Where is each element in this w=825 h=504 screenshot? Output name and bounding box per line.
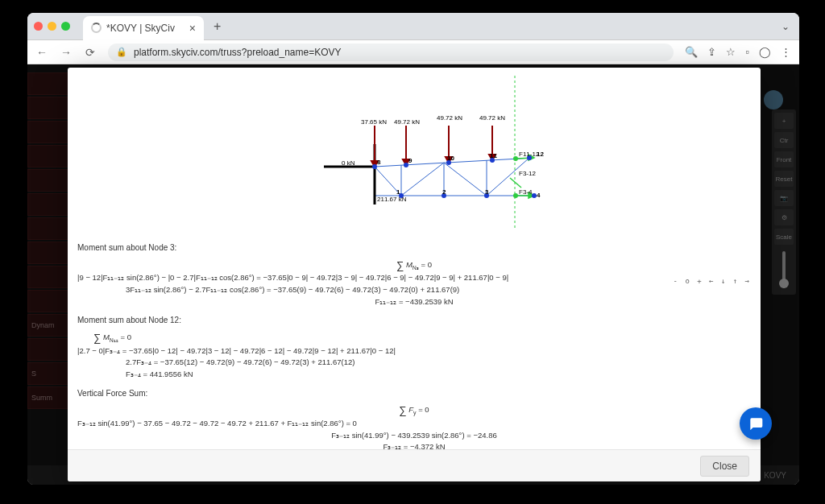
force-label-f3-4: F3-4 bbox=[519, 188, 533, 196]
tab-strip: *KOVY | SkyCiv × + ⌄ bbox=[27, 13, 799, 40]
new-tab-button[interactable]: + bbox=[214, 19, 221, 34]
loading-spinner-icon bbox=[91, 23, 102, 33]
svg-line-22 bbox=[510, 178, 521, 188]
eq-n3-line1: |9 − 12|F₁₁₋₁₂ sin(2.86°) − |0 − 2.7|F₁₁… bbox=[77, 272, 751, 284]
node-8: 8 bbox=[377, 159, 381, 166]
eq-n3-result: F₁₁₋₁₂ = −439.2539 kN bbox=[77, 296, 751, 308]
modal-footer: Close bbox=[68, 449, 761, 481]
moment-n12-heading: Moment sum about Node 12: bbox=[77, 314, 751, 327]
browser-window: *KOVY | SkyCiv × + ⌄ ← → ⟳ 🔒 platform.sk… bbox=[27, 13, 799, 485]
lock-icon: 🔒 bbox=[116, 47, 127, 57]
chat-icon bbox=[748, 415, 764, 432]
modal-body: 37.65 kN 49.72 kN 49.72 kN 49.72 kN 0 kN… bbox=[68, 68, 761, 449]
eq-n12-line2: 2.7F₃₋₄ = −37.65(12) − 49.72(9) − 49.72(… bbox=[77, 357, 751, 369]
vertical-sum-heading: Vertical Force Sum: bbox=[77, 387, 751, 400]
extensions-icon[interactable]: ▫ bbox=[745, 46, 749, 58]
window-expand-icon[interactable]: ⌄ bbox=[781, 21, 790, 32]
profile-icon[interactable]: ◯ bbox=[759, 46, 771, 58]
svg-point-35 bbox=[513, 193, 518, 198]
load-label-10: 49.72 kN bbox=[437, 114, 462, 122]
back-icon[interactable]: ← bbox=[35, 46, 48, 59]
node-1: 1 bbox=[396, 188, 400, 196]
traffic-lights bbox=[34, 22, 70, 31]
browser-action-icons: 🔍 ⇪ ☆ ▫ ◯ ⋮ bbox=[685, 46, 791, 58]
force-label-f11-12: F11-12 bbox=[519, 151, 540, 158]
minimize-window-icon[interactable] bbox=[48, 22, 56, 31]
url-bar: ← → ⟳ 🔒 platform.skyciv.com/truss?preloa… bbox=[27, 40, 799, 64]
omnibox[interactable]: 🔒 platform.skyciv.com/truss?preload_name… bbox=[108, 43, 674, 61]
svg-line-9 bbox=[401, 163, 444, 196]
eq-v-result: F₃₋₁₂ = −4.372 kN bbox=[77, 441, 751, 449]
svg-line-2 bbox=[375, 158, 534, 167]
close-button[interactable]: Close bbox=[700, 456, 749, 477]
browser-tab[interactable]: *KOVY | SkyCiv × bbox=[83, 16, 204, 40]
node-2: 2 bbox=[442, 188, 446, 196]
node-3: 3 bbox=[485, 188, 489, 196]
svg-line-10 bbox=[444, 163, 487, 196]
eq-v-line1: F₃₋₁₂ sin(41.99°) − 37.65 − 49.72 − 49.7… bbox=[77, 418, 751, 430]
truss-diagram: 37.65 kN 49.72 kN 49.72 kN 49.72 kN 0 kN… bbox=[68, 76, 761, 229]
eq-n3-sum: ∑ MN₃ = 0 bbox=[77, 256, 751, 273]
moment-n3-heading: Moment sum about Node 3: bbox=[77, 242, 751, 254]
browser-menu-icon[interactable]: ⋮ bbox=[781, 46, 791, 58]
url-text: platform.skyciv.com/truss?preload_name=K… bbox=[134, 47, 342, 58]
maximize-window-icon[interactable] bbox=[61, 22, 70, 31]
node-10: 10 bbox=[447, 155, 454, 162]
eq-vsum: ∑ Fy = 0 bbox=[77, 401, 751, 418]
node-4: 4 bbox=[537, 192, 541, 199]
equation-block: Moment sum about Node 3: ∑ MN₃ = 0 |9 − … bbox=[68, 229, 761, 449]
eq-n12-result: F₃₋₄ = 441.9556 kN bbox=[77, 369, 751, 381]
load-label-8: 37.65 kN bbox=[361, 118, 387, 126]
eq-v-line2: F₃₋₁₂ sin(41.99°) − 439.2539 sin(2.86°) … bbox=[77, 430, 751, 442]
force-label-f3-12: F3-12 bbox=[519, 170, 536, 177]
close-tab-icon[interactable]: × bbox=[189, 23, 196, 34]
reload-icon[interactable]: ⟳ bbox=[84, 46, 97, 59]
results-modal: 37.65 kN 49.72 kN 49.72 kN 49.72 kN 0 kN… bbox=[68, 68, 761, 481]
chat-fab[interactable] bbox=[740, 407, 772, 440]
load-label-9: 49.72 kN bbox=[394, 118, 420, 126]
eq-n12-sum: ∑ MN₁₂ = 0 bbox=[77, 328, 751, 345]
view-pager[interactable]: - o + ← ↓ ↑ → bbox=[674, 277, 751, 285]
close-window-icon[interactable] bbox=[34, 22, 43, 31]
tab-title: *KOVY | SkyCiv bbox=[106, 23, 184, 34]
forward-icon[interactable]: → bbox=[60, 46, 73, 59]
reaction-v-label: 211.67 kN bbox=[377, 196, 407, 203]
star-icon[interactable]: ☆ bbox=[726, 46, 736, 58]
eq-n3-line2: 3F₁₁₋₁₂ sin(2.86°) − 2.7F₁₁₋₁₂ cos(2.86°… bbox=[77, 284, 751, 296]
node-11: 11 bbox=[490, 152, 497, 159]
load-label-11: 49.72 kN bbox=[479, 114, 505, 122]
reaction-h-label: 0 kN bbox=[342, 159, 355, 167]
share-icon[interactable]: ⇪ bbox=[707, 46, 716, 58]
svg-point-34 bbox=[513, 156, 518, 161]
eq-n12-line1: |2.7 − 0|F₃₋₄ = −37.65|0 − 12| − 49.72|3… bbox=[77, 345, 751, 357]
search-icon[interactable]: 🔍 bbox=[685, 46, 698, 58]
node-9: 9 bbox=[408, 157, 412, 164]
